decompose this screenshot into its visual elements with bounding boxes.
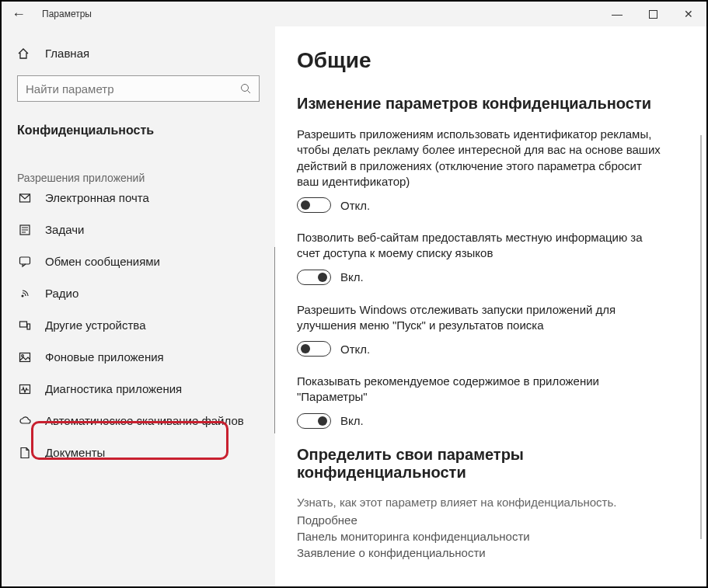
chat-icon (17, 256, 33, 268)
mail-icon (17, 192, 33, 204)
privacy-link[interactable]: Заявление о конфиденциальности (297, 546, 685, 559)
window-title: Параметры (36, 9, 92, 19)
sidebar: Главная Конфиденциальность Разрешения пр… (2, 26, 275, 586)
svg-line-2 (248, 91, 251, 94)
sidebar-item-mail[interactable]: Электронная почта (2, 197, 275, 214)
toggle-state-label: Вкл. (340, 270, 364, 284)
sidebar-home[interactable]: Главная (2, 40, 275, 66)
tasks-icon (17, 224, 33, 236)
doc-icon (17, 447, 33, 459)
sidebar-item-label: Задачи (45, 223, 84, 236)
svg-rect-0 (649, 10, 657, 18)
picture-icon (17, 351, 33, 364)
sidebar-item-picture[interactable]: Фоновые приложения (2, 341, 275, 373)
toggle-knob (301, 344, 310, 353)
setting-description: Показывать рекомендуемое содержимое в пр… (297, 374, 662, 405)
sidebar-home-label: Главная (45, 47, 89, 60)
section-heading-privacy: Изменение параметров конфиденциальности (297, 95, 685, 113)
section-subtext: Узнать, как этот параметр влияет на конф… (297, 496, 685, 509)
toggle-switch[interactable] (297, 197, 331, 213)
sidebar-item-label: Диагностика приложения (45, 382, 182, 395)
home-icon (17, 47, 33, 60)
sidebar-item-cloud[interactable]: Автоматическое скачивание файлов (2, 405, 275, 437)
sidebar-item-tasks[interactable]: Задачи (2, 214, 275, 245)
sidebar-item-radio[interactable]: Радио (2, 277, 275, 309)
setting-block: Разрешить приложениям использовать идент… (297, 127, 685, 213)
devices-icon (17, 319, 33, 332)
sidebar-section-header: Разрешения приложений (2, 165, 275, 190)
svg-rect-7 (20, 322, 27, 327)
back-button[interactable]: ← (2, 6, 36, 23)
sidebar-item-doc[interactable]: Документы (2, 437, 275, 468)
svg-point-10 (22, 354, 24, 357)
toggle-switch[interactable] (297, 413, 331, 429)
sidebar-item-label: Автоматическое скачивание файлов (45, 414, 244, 427)
svg-point-1 (242, 85, 249, 92)
search-input[interactable] (26, 82, 240, 96)
toggle-state-label: Вкл. (340, 414, 364, 427)
sidebar-item-label: Обмен сообщениями (45, 255, 160, 268)
sidebar-item-label: Документы (45, 446, 105, 459)
radio-icon (17, 287, 33, 300)
svg-rect-8 (27, 324, 30, 329)
toggle-state-label: Откл. (340, 343, 370, 356)
setting-block: Разрешить Windows отслеживать запуски пр… (297, 302, 685, 357)
privacy-link[interactable]: Панель мониторинга конфиденциальности (297, 530, 685, 543)
setting-description: Разрешить Windows отслеживать запуски пр… (297, 302, 662, 334)
sidebar-category: Конфиденциальность (2, 117, 275, 144)
sidebar-item-label: Фоновые приложения (45, 350, 164, 364)
toggle-knob (301, 200, 310, 210)
sidebar-item-diag[interactable]: Диагностика приложения (2, 373, 275, 405)
toggle-knob (318, 416, 327, 426)
section-heading-determine: Определить свои параметры конфиденциальн… (297, 446, 685, 482)
setting-block: Позволить веб-сайтам предоставлять местн… (297, 230, 685, 285)
setting-description: Разрешить приложениям использовать идент… (297, 127, 662, 190)
toggle-state-label: Откл. (340, 199, 370, 212)
diag-icon (17, 383, 33, 395)
minimize-button[interactable]: — (599, 2, 635, 26)
search-box[interactable] (17, 75, 260, 102)
sidebar-item-label: Другие устройства (45, 318, 145, 332)
toggle-knob (318, 273, 327, 282)
content-pane: Общие Изменение параметров конфиденциаль… (275, 26, 706, 586)
toggle-switch[interactable] (297, 341, 331, 357)
sidebar-item-label: Электронная почта (45, 191, 149, 204)
setting-block: Показывать рекомендуемое содержимое в пр… (297, 374, 685, 429)
sidebar-item-label: Радио (45, 287, 78, 300)
setting-description: Позволить веб-сайтам предоставлять местн… (297, 230, 662, 262)
privacy-link[interactable]: Подробнее (297, 513, 685, 527)
sidebar-item-devices[interactable]: Другие устройства (2, 309, 275, 341)
close-button[interactable]: ✕ (671, 2, 706, 26)
toggle-switch[interactable] (297, 270, 331, 285)
sidebar-item-chat[interactable]: Обмен сообщениями (2, 245, 275, 277)
maximize-button[interactable] (635, 2, 671, 26)
content-scrollbar[interactable] (700, 135, 702, 539)
page-title: Общие (297, 48, 685, 73)
titlebar: ← Параметры — ✕ (2, 2, 706, 26)
cloud-icon (17, 415, 33, 427)
svg-point-6 (22, 294, 24, 297)
svg-rect-5 (20, 257, 30, 264)
search-icon (240, 83, 251, 94)
